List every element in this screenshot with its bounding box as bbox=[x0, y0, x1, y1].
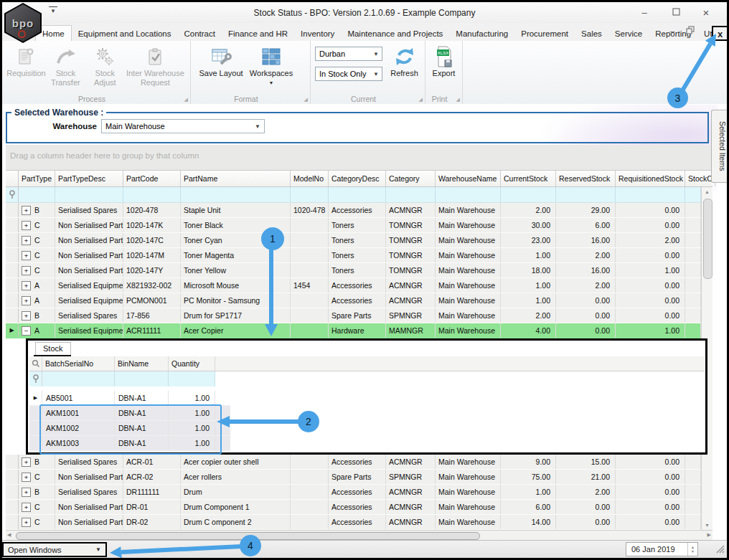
table-row[interactable]: +C Non Serialised Parts 1020-147K Toner … bbox=[6, 218, 701, 233]
column-header[interactable]: PartName bbox=[181, 171, 291, 186]
ribbon-tab[interactable]: Manufacturing bbox=[449, 26, 514, 41]
table-row[interactable]: +C Non Serialised Parts ACR-02 Acer roll… bbox=[6, 470, 701, 485]
detail-column-header[interactable]: BinName bbox=[115, 356, 169, 371]
expand-icon[interactable]: + bbox=[22, 221, 31, 230]
maximize-button[interactable] bbox=[665, 6, 687, 19]
ribbon-tab[interactable]: Contract bbox=[177, 26, 221, 41]
ribbon-tab[interactable]: Procurement bbox=[514, 26, 575, 41]
resize-grip-icon[interactable] bbox=[715, 544, 725, 557]
batch-row[interactable]: AKM1002 DBN-A1 1.00 bbox=[29, 421, 230, 436]
ribbon-tab[interactable]: Equipment and Locations bbox=[72, 26, 178, 41]
expand-icon[interactable]: + bbox=[22, 518, 31, 527]
column-header[interactable]: ModelNo bbox=[291, 171, 329, 186]
expand-icon[interactable]: + bbox=[22, 311, 31, 321]
filter-cell[interactable] bbox=[169, 371, 215, 386]
expand-icon[interactable]: + bbox=[22, 251, 31, 260]
table-row[interactable]: ▶ −A Serialised Equipment ACR11111 Acer … bbox=[6, 323, 701, 338]
stock-filter-select[interactable]: In Stock Only ▼ bbox=[315, 67, 382, 81]
horizontal-scrollbar[interactable]: ◀ ▶ bbox=[6, 530, 712, 540]
batch-row[interactable]: AKM1003 DBN-A1 1.00 bbox=[29, 436, 230, 451]
batch-row[interactable]: ▶ AB5001 DBN-A1 1.00 bbox=[29, 391, 230, 406]
group-by-bar[interactable]: Drag a column header here to group by th… bbox=[6, 145, 712, 170]
expand-icon[interactable]: + bbox=[22, 206, 31, 215]
table-row[interactable]: +A Serialised Equipment X821932-002 Micr… bbox=[6, 278, 701, 293]
open-windows-button[interactable]: Open Windows ▼ bbox=[2, 542, 107, 557]
table-row[interactable]: +B Serialised Spares DR111111 Drum Acces… bbox=[6, 485, 701, 500]
ribbon-tab[interactable]: Inventory bbox=[294, 26, 341, 41]
table-row[interactable]: +C Non Serialised Parts DR-02 Drum C omp… bbox=[6, 515, 701, 530]
refresh-button[interactable]: Refresh bbox=[388, 43, 420, 78]
column-header[interactable]: Category bbox=[386, 171, 436, 186]
date-field[interactable]: 06 Jan 2019 ▲▼ bbox=[626, 542, 698, 556]
tab-stock[interactable]: Stock bbox=[35, 342, 71, 355]
search-icon[interactable] bbox=[29, 356, 42, 371]
scroll-left-icon[interactable]: ◀ bbox=[7, 532, 11, 538]
table-row[interactable]: +B Serialised Spares 17-856 Drum for SP1… bbox=[6, 308, 701, 323]
stock-transfer-button[interactable]: Stock Transfer bbox=[46, 43, 85, 87]
filter-cell[interactable] bbox=[42, 371, 115, 386]
export-button[interactable]: XLSX Export bbox=[430, 43, 458, 78]
scroll-up-icon[interactable]: ▲ bbox=[702, 189, 712, 194]
table-row[interactable]: +B Serialised Spares ACR-01 Acer copier … bbox=[6, 455, 701, 470]
detail-column-header[interactable]: BatchSerialNo bbox=[42, 356, 115, 371]
ribbon-tab[interactable]: Sales bbox=[575, 26, 608, 41]
column-header[interactable]: ReservedStock bbox=[556, 171, 616, 186]
inter-warehouse-request-button[interactable]: Inter Warehouse Request bbox=[125, 43, 186, 87]
expand-icon[interactable]: + bbox=[22, 281, 31, 290]
detail-column-header[interactable]: Quantity bbox=[169, 356, 215, 371]
quick-access-dropdown-icon[interactable]: ▾ bbox=[49, 6, 57, 14]
filter-cell[interactable] bbox=[123, 187, 181, 202]
table-row[interactable]: +C Non Serialised Parts DR-01 Drum Compo… bbox=[6, 500, 701, 515]
expand-icon[interactable]: + bbox=[22, 473, 31, 482]
workspaces-button[interactable]: Workspaces ▼ bbox=[247, 43, 296, 87]
column-header[interactable]: CategoryDesc bbox=[329, 171, 386, 186]
expand-icon[interactable]: + bbox=[22, 457, 31, 467]
table-row[interactable]: +B Serialised Spares 1020-478 Staple Uni… bbox=[6, 203, 701, 218]
filter-cell[interactable] bbox=[19, 187, 55, 202]
expand-icon[interactable]: + bbox=[22, 503, 31, 512]
filter-cell[interactable] bbox=[329, 187, 386, 202]
tab-selected-items[interactable]: Selected Items bbox=[711, 110, 727, 183]
scroll-right-icon[interactable]: ▶ bbox=[707, 532, 711, 538]
filter-cell[interactable] bbox=[181, 187, 291, 202]
ribbon-tab[interactable]: Maintenance and Projects bbox=[341, 26, 449, 41]
ribbon-minimize-button[interactable]: – bbox=[665, 26, 679, 39]
minimize-button[interactable]: – bbox=[634, 6, 655, 19]
expand-icon[interactable]: − bbox=[22, 326, 31, 336]
column-header[interactable]: PartType bbox=[19, 171, 55, 186]
expand-icon[interactable]: + bbox=[22, 488, 31, 497]
table-row[interactable]: +C Non Serialised Parts 1020-147M Toner … bbox=[6, 248, 701, 263]
table-row[interactable]: +C Non Serialised Parts 1020-147C Toner … bbox=[6, 233, 701, 248]
filter-cell[interactable] bbox=[291, 187, 329, 202]
expand-icon[interactable]: + bbox=[22, 266, 31, 275]
filter-cell[interactable] bbox=[55, 187, 123, 202]
expand-icon[interactable]: + bbox=[22, 296, 31, 305]
column-header[interactable]: RequisitionedStock bbox=[616, 171, 685, 186]
requisition-button[interactable]: Requisition bbox=[6, 43, 46, 78]
ribbon-close-button[interactable]: x bbox=[712, 26, 728, 41]
date-spinner[interactable]: ▲▼ bbox=[687, 543, 697, 556]
save-layout-button[interactable]: Save Layout bbox=[195, 43, 247, 78]
column-header[interactable]: PartCode bbox=[123, 171, 181, 186]
filter-cell[interactable] bbox=[501, 187, 556, 202]
column-header[interactable]: PartTypeDesc bbox=[55, 171, 123, 186]
batch-row[interactable]: AKM1001 DBN-A1 1.00 bbox=[29, 406, 230, 421]
stock-adjust-button[interactable]: Stock Adjust bbox=[85, 43, 125, 87]
column-header[interactable]: CurrentStock bbox=[501, 171, 556, 186]
column-header[interactable]: WarehouseName bbox=[436, 171, 501, 186]
filter-cell[interactable] bbox=[115, 371, 169, 386]
ribbon-tab[interactable]: Service bbox=[608, 26, 649, 41]
filter-cell[interactable] bbox=[616, 187, 685, 202]
close-button[interactable]: × bbox=[695, 6, 717, 19]
filter-cell[interactable] bbox=[685, 187, 701, 202]
branch-select[interactable]: Durban ▼ bbox=[315, 47, 382, 61]
scrollbar-thumb[interactable] bbox=[703, 199, 712, 279]
warehouse-select[interactable]: Main Warehouse ▼ bbox=[101, 119, 265, 133]
filter-cell[interactable] bbox=[556, 187, 616, 202]
expand-icon[interactable]: + bbox=[22, 236, 31, 245]
filter-cell[interactable] bbox=[386, 187, 436, 202]
table-row[interactable]: +A Serialised Equipment PCMON001 PC Moni… bbox=[6, 293, 701, 308]
ribbon-tab[interactable]: Finance and HR bbox=[222, 26, 294, 41]
table-row[interactable]: +C Non Serialised Parts 1020-147Y Toner … bbox=[6, 263, 701, 278]
ribbon-restore-button[interactable] bbox=[683, 26, 697, 39]
